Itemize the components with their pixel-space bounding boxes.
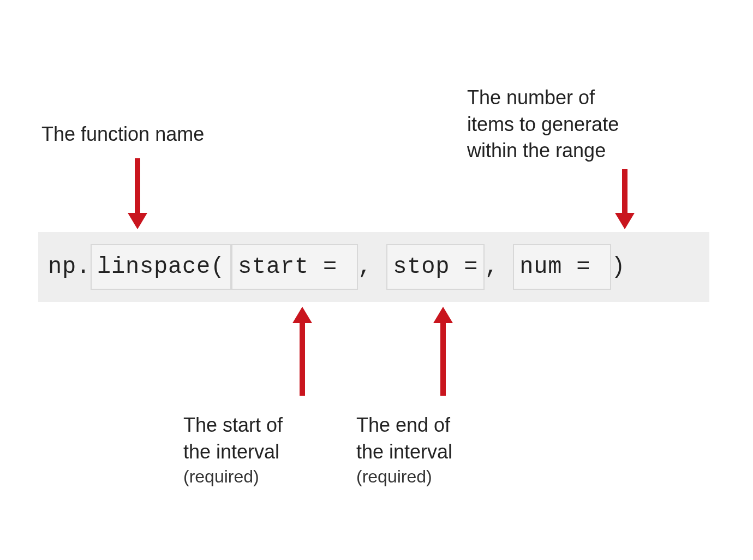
code-func-box: linspace( xyxy=(91,244,231,290)
annotation-end: The end of the interval (required) xyxy=(356,412,452,488)
diagram-canvas: The function name The number of items to… xyxy=(0,0,753,560)
annotation-end-required: (required) xyxy=(356,465,452,488)
code-sep2: , xyxy=(485,254,513,280)
code-sep1: , xyxy=(358,254,386,280)
annotation-start: The start of the interval (required) xyxy=(183,412,283,488)
annotation-end-line1: The end of xyxy=(356,412,452,439)
annotation-end-line2: the interval xyxy=(356,439,452,466)
annotation-start-line1: The start of xyxy=(183,412,283,439)
annotation-start-required: (required) xyxy=(183,465,283,488)
annotation-function-name: The function name xyxy=(41,121,204,148)
code-suffix: ) xyxy=(611,254,625,280)
code-start-box: start = xyxy=(231,244,358,290)
code-strip: np. linspace( start = , stop = , num = ) xyxy=(38,232,709,302)
code-stop-box: stop = xyxy=(386,244,485,290)
code-prefix: np. xyxy=(38,254,91,280)
annotation-num: The number of items to generate within t… xyxy=(467,85,619,164)
annotation-num-line2: items to generate xyxy=(467,111,619,138)
annotation-num-line1: The number of xyxy=(467,85,619,111)
code-num-box: num = xyxy=(513,244,611,290)
annotation-start-line2: the interval xyxy=(183,439,283,466)
annotation-num-line3: within the range xyxy=(467,138,619,164)
